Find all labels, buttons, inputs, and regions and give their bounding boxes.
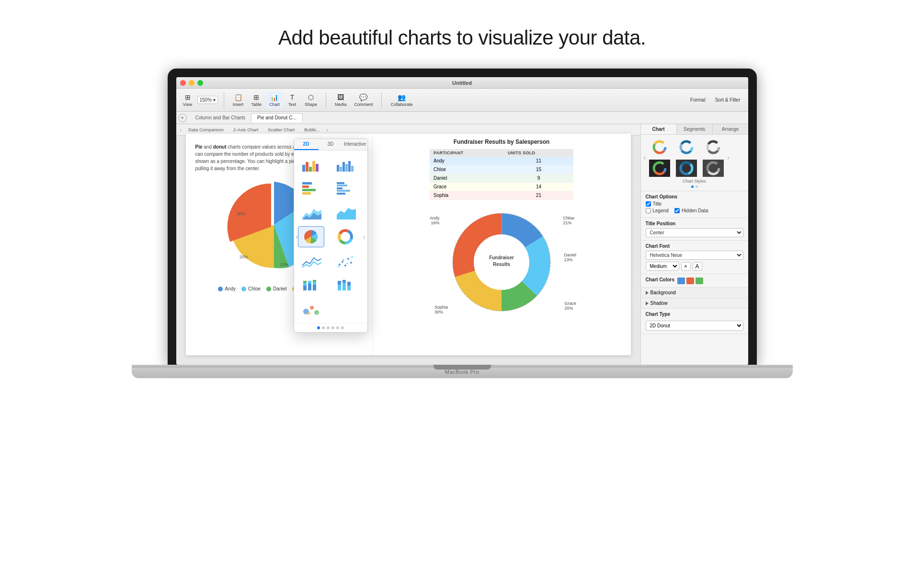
table-cell-grace-name: Grace [430, 183, 504, 191]
chart-styles-grid [647, 138, 726, 178]
cp-tab-3d[interactable]: 3D [319, 139, 343, 150]
svg-rect-16 [337, 185, 347, 186]
chart-type-area-color[interactable] [298, 202, 324, 223]
svg-rect-40 [313, 282, 316, 285]
chart-styles-prev[interactable]: ‹ [644, 154, 646, 162]
cp-tab-2d[interactable]: 2D [294, 139, 319, 150]
sidebar-tab-chart[interactable]: Chart [641, 124, 677, 134]
sidebar-tab-segments[interactable]: Segments [677, 124, 713, 134]
chart-picker-next[interactable]: › [363, 233, 365, 241]
comment-button[interactable]: 💬 Comment [351, 92, 376, 108]
sub-nav-prev[interactable]: ‹ [179, 127, 183, 133]
donut-label-andy-name: Andy [430, 216, 440, 220]
checkbox-hidden-data[interactable] [674, 208, 680, 213]
chart-button[interactable]: 📊 Chart [266, 92, 283, 108]
color-swatch-1[interactable] [677, 277, 685, 284]
chart-options-section: Chart Options Title Legend Hidden Data [641, 191, 748, 218]
macbook-notch [433, 365, 491, 370]
text-button[interactable]: T Text [285, 92, 300, 108]
sort-filter-button[interactable]: Sort & Filter [711, 96, 744, 104]
sub-nav-2axis[interactable]: 2-Axis Chart [229, 126, 262, 134]
sidebar-tab-arrange[interactable]: Arrange [713, 124, 748, 134]
legend-dot-daniel [266, 287, 271, 291]
window-title: Untitled [452, 80, 472, 86]
table-cell-sophia-value: 21 [504, 191, 573, 200]
chart-picker-dots [294, 323, 367, 332]
chart-styles-next[interactable]: › [727, 154, 730, 162]
shadow-section-header[interactable]: Shadow [641, 298, 748, 309]
sub-nav-data-comparison[interactable]: Data Comparison [184, 126, 228, 134]
chart-font-select[interactable]: Helvetica Neue [646, 251, 743, 260]
chart-type-line-multi[interactable] [298, 250, 324, 271]
toolbar-view-group: ⊞ View 150% ▾ [180, 92, 218, 108]
label-legend: Legend [653, 208, 669, 213]
minimize-button[interactable] [189, 80, 194, 86]
font-size-larger-btn[interactable]: A [693, 262, 702, 271]
picker-dot-2 [322, 326, 325, 329]
cp-tab-interactive[interactable]: Interactive [343, 139, 367, 150]
donut-label-chloe: Chloe 21% [563, 216, 574, 225]
font-size-buttons: A A [681, 262, 702, 271]
chart-type-bar-grouped-color[interactable] [298, 154, 324, 175]
font-size-smaller-btn[interactable]: A [681, 262, 691, 271]
table-button[interactable]: ⊞ Table [248, 92, 264, 108]
svg-point-29 [350, 262, 352, 264]
view-button[interactable]: ⊞ View [180, 92, 195, 108]
chart-type-hbar-blue[interactable] [332, 178, 358, 199]
style-item-4[interactable] [647, 159, 672, 178]
chart-type-donut-color[interactable] [332, 226, 358, 247]
checkbox-title[interactable] [646, 201, 651, 207]
chart-type-bar-stacked2[interactable] [332, 274, 358, 295]
font-size-select[interactable]: Medium [646, 262, 679, 271]
svg-rect-17 [337, 187, 342, 189]
toolbar-sep-1 [224, 92, 224, 108]
chart-type-select[interactable]: 2D Donut [646, 321, 743, 331]
sheet-tab-column-bar[interactable]: Column and Bar Charts [190, 114, 251, 122]
donut-center-text-line2: Results [493, 262, 511, 267]
svg-rect-0 [302, 165, 305, 172]
donut-label-daniel: Daniel 13% [564, 253, 576, 262]
style-item-5[interactable] [674, 159, 699, 178]
sub-nav-scatter[interactable]: Scatter Chart [264, 126, 298, 134]
sub-nav-bubbi[interactable]: Bubbi... [300, 126, 323, 134]
insert-button[interactable]: 📋 Insert [230, 92, 247, 108]
chart-type-bar-stacked[interactable] [298, 274, 324, 295]
sub-nav-next[interactable]: › [326, 127, 330, 133]
table-header-units: UNITS SOLD [504, 149, 573, 157]
style-item-1[interactable] [647, 138, 672, 157]
color-swatch-2[interactable] [686, 277, 694, 284]
donut-chart-area: Andy 16% Chloe 21% Daniel [425, 207, 578, 322]
svg-rect-37 [308, 284, 311, 290]
chart-type-pie-color[interactable] [298, 226, 324, 247]
style-item-2[interactable] [674, 138, 699, 157]
close-button[interactable] [180, 80, 186, 86]
shadow-triangle-icon [646, 301, 649, 305]
legend-label-chloe: Chloe [248, 286, 261, 291]
chart-type-scatter[interactable] [332, 250, 358, 271]
shape-button[interactable]: ⬡ Shape [302, 92, 320, 108]
chart-picker-prev[interactable]: ‹ [296, 233, 298, 241]
color-swatch-3[interactable] [696, 277, 703, 284]
donut-label-daniel-name: Daniel [564, 253, 576, 257]
format-button[interactable]: Format [686, 96, 709, 104]
zoom-control[interactable]: 150% ▾ [197, 96, 218, 104]
background-section-header[interactable]: Background [641, 288, 748, 298]
media-icon: 🖼 [336, 93, 345, 101]
checkbox-legend[interactable] [646, 208, 651, 213]
style-item-3[interactable] [701, 138, 726, 157]
shape-label: Shape [305, 102, 317, 107]
chart-type-area-blue[interactable] [332, 202, 358, 223]
sheet-tab-pie-donut[interactable]: Pie and Donut C... [251, 113, 303, 122]
title-position-select[interactable]: Center [646, 228, 743, 237]
collaborate-button[interactable]: 👥 Collaborate [388, 92, 415, 108]
chart-type-bubble[interactable] [298, 298, 324, 319]
picker-dot-6 [341, 326, 344, 329]
svg-rect-12 [302, 185, 309, 188]
legend-dot-chloe [241, 287, 246, 291]
add-sheet-button[interactable]: + [178, 114, 187, 122]
maximize-button[interactable] [197, 80, 203, 86]
chart-type-bar-grouped-blue[interactable] [332, 154, 358, 175]
media-button[interactable]: 🖼 Media [332, 92, 350, 108]
style-item-6[interactable] [701, 159, 726, 178]
chart-type-hbar-color[interactable] [298, 178, 324, 199]
